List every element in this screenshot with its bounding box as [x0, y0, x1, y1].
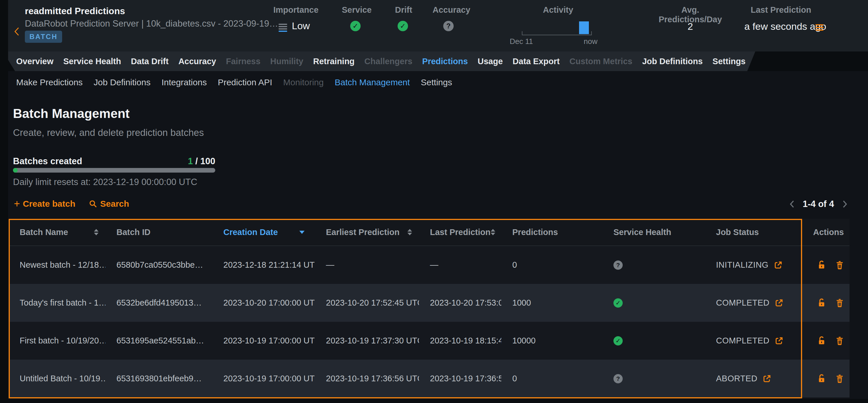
lock-icon[interactable]: [817, 336, 827, 346]
importance-low-icon: [279, 24, 287, 32]
tab-accuracy[interactable]: Accuracy: [178, 57, 216, 66]
subtab-make-predictions[interactable]: Make Predictions: [16, 78, 83, 87]
col-header-last-prediction[interactable]: Last Prediction: [419, 228, 501, 237]
cell-batch-name: Untitled Batch - 10/19…: [9, 374, 105, 383]
tab-data-export[interactable]: Data Export: [513, 57, 560, 66]
create-batch-button[interactable]: + Create batch: [14, 199, 75, 209]
lock-icon[interactable]: [817, 260, 827, 270]
external-link-icon[interactable]: [775, 299, 783, 307]
col-header-predictions: Predictions: [501, 228, 602, 237]
trash-icon[interactable]: [835, 374, 844, 384]
back-chevron-icon[interactable]: [13, 27, 21, 36]
col-header-earliest-prediction[interactable]: Earliest Prediction: [315, 228, 419, 237]
plus-icon: +: [14, 199, 20, 208]
tab-challengers[interactable]: Challengers: [364, 57, 412, 66]
tab-humility[interactable]: Humility: [270, 57, 303, 66]
daily-limit-note: Daily limit resets at: 2023-12-19 00:00:…: [13, 177, 197, 187]
subtab-monitoring[interactable]: Monitoring: [283, 78, 323, 87]
trash-icon[interactable]: [835, 298, 844, 308]
batches-used-count: 1: [188, 156, 193, 166]
tab-job-definitions[interactable]: Job Definitions: [642, 57, 703, 66]
col-header-job-status: Job Status: [705, 228, 802, 237]
col-header-batch-id[interactable]: Batch ID: [105, 228, 212, 237]
tab-retraining[interactable]: Retraining: [313, 57, 354, 66]
accuracy-label: Accuracy: [433, 5, 470, 15]
tab-usage[interactable]: Usage: [477, 57, 503, 66]
cell-last-prediction: —: [419, 260, 501, 270]
cell-actions: [802, 298, 849, 308]
service-label: Service: [342, 5, 372, 15]
subtab-settings[interactable]: Settings: [421, 78, 452, 87]
cell-actions: [802, 336, 849, 346]
external-link-icon[interactable]: [774, 261, 782, 269]
batches-created-counter: 1 / 100: [188, 156, 215, 167]
predictions-subnav: Make Predictions Job Definitions Integra…: [8, 78, 452, 87]
lock-icon[interactable]: [817, 374, 827, 384]
subtab-integrations[interactable]: Integrations: [161, 78, 207, 87]
last-prediction-menu-icon[interactable]: [815, 24, 824, 31]
cell-batch-name: Today's first batch - 1…: [9, 298, 105, 308]
cell-predictions: 0: [501, 374, 602, 383]
col-header-batch-name[interactable]: Batch Name: [9, 228, 105, 237]
tab-fairness[interactable]: Fairness: [226, 57, 260, 66]
cell-batch-name: First batch - 10/19/20…: [9, 336, 105, 345]
health-status-icon: [614, 298, 623, 308]
trash-icon[interactable]: [835, 336, 844, 346]
cell-last-prediction: 2023-10-19 18:15:46 UTC: [419, 336, 501, 345]
cell-job-status: ABORTED: [705, 374, 802, 383]
cell-creation-date: 2023-10-19 17:00:00 UTC: [212, 374, 315, 383]
drift-label: Drift: [395, 5, 412, 15]
tab-service-health[interactable]: Service Health: [63, 57, 121, 66]
trash-icon[interactable]: [835, 260, 844, 270]
tab-data-drift[interactable]: Data Drift: [131, 57, 169, 66]
col-header-actions: Actions: [802, 228, 849, 237]
pagination-next-icon[interactable]: [842, 200, 848, 208]
table-row[interactable]: First batch - 10/19/20… 6531695ae524551a…: [9, 322, 849, 359]
col-header-creation-date[interactable]: Creation Date: [212, 228, 315, 237]
batches-table: Batch Name Batch ID Creation Date Earlie…: [9, 219, 849, 398]
deployment-title: readmitted Predictions: [25, 6, 125, 17]
tab-custom-metrics[interactable]: Custom Metrics: [569, 57, 632, 66]
activity-end-tick: now: [584, 37, 597, 46]
page-subtitle: Create, review, and delete prediction ba…: [13, 127, 204, 138]
external-link-icon[interactable]: [775, 337, 783, 345]
external-link-icon[interactable]: [763, 374, 771, 383]
drift-status-icon: [398, 21, 408, 31]
app-window: readmitted Predictions DataRobot Predict…: [0, 0, 868, 403]
create-batch-label: Create batch: [23, 199, 75, 209]
tab-overview[interactable]: Overview: [16, 57, 54, 66]
pagination-prev-icon[interactable]: [789, 200, 795, 208]
cell-batch-id: 6532be6dfd4195013…: [105, 298, 212, 308]
subtab-job-definitions[interactable]: Job Definitions: [94, 78, 151, 87]
subtab-prediction-api[interactable]: Prediction API: [218, 78, 272, 87]
tab-predictions[interactable]: Predictions: [422, 57, 468, 66]
main-nav: Overview Service Health Data Drift Accur…: [0, 52, 868, 71]
cell-creation-date: 2023-10-20 17:00:00 UTC: [212, 298, 315, 308]
subtab-batch-management[interactable]: Batch Management: [335, 78, 410, 87]
pagination-range: 1-4 of 4: [803, 199, 834, 209]
tab-notifications[interactable]: Notifications: [755, 57, 806, 66]
sort-icon: [491, 229, 495, 235]
tab-settings[interactable]: Settings: [713, 57, 745, 66]
table-row[interactable]: Untitled Batch - 10/19… 6531693801ebfeeb…: [9, 359, 849, 398]
last-prediction-value: a few seconds ago: [744, 21, 827, 32]
cell-earliest-prediction: 2023-10-20 17:52:45 UTC: [315, 298, 419, 308]
cell-batch-id: 6580b7ca0550c3bbe…: [105, 260, 212, 270]
page-title: Batch Management: [13, 106, 129, 121]
col-header-service-health: Service Health: [602, 228, 705, 237]
lock-icon[interactable]: [817, 298, 827, 308]
table-row[interactable]: Newest batch - 12/18… 6580b7ca0550c3bbe……: [9, 246, 849, 284]
table-row[interactable]: Today's first batch - 1… 6532be6dfd41950…: [9, 284, 849, 322]
sort-icon: [94, 229, 98, 235]
service-health-icon: [350, 21, 361, 31]
sort-icon: [407, 229, 412, 235]
cell-batch-id: 6531693801ebfeeb9…: [105, 374, 212, 383]
cell-creation-date: 2023-10-19 17:00:00 UTC: [212, 336, 315, 345]
avg-predictions-value: 2: [652, 21, 729, 32]
cell-predictions: 10000: [501, 336, 602, 345]
activity-label: Activity: [543, 5, 573, 15]
cell-creation-date: 2023-12-18 21:21:14 UTC: [212, 260, 315, 270]
batch-badge: BATCH: [25, 31, 62, 43]
batches-limit-count: / 100: [193, 156, 215, 166]
search-button[interactable]: Search: [89, 199, 129, 209]
